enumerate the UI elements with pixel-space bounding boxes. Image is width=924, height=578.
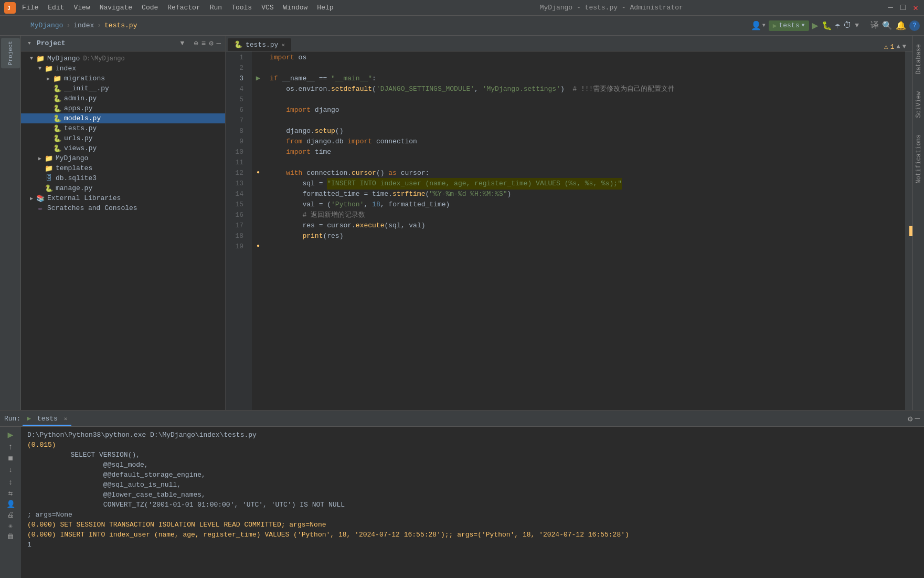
project-panel-header: ▼ Project ▼ ⊕ ≡ ⚙ ─ <box>21 36 225 51</box>
run-button[interactable]: ▶ <box>812 19 819 32</box>
tree-item-index[interactable]: ▼ 📁 index <box>21 64 225 73</box>
maximize-button[interactable]: □ <box>899 4 907 12</box>
menu-window[interactable]: Window <box>280 4 311 12</box>
run-pin-btn[interactable]: ✳ <box>8 521 13 530</box>
tree-item-views[interactable]: ▶ 🐍 views.py <box>21 143 225 153</box>
help-button-top[interactable]: ? <box>909 20 920 31</box>
run-sort-btn[interactable]: ↕ <box>8 478 13 487</box>
console-line-1: D:\Python\Python38\python.exe D:\MyDjang… <box>27 430 918 440</box>
code-line-12: with connection.cursor() as cursor: <box>264 168 905 178</box>
run-wrap-btn[interactable]: ⇆ <box>8 489 13 498</box>
tree-item-urls[interactable]: ▶ 🐍 urls.py <box>21 133 225 143</box>
sidebar-label-sciview[interactable]: SciView <box>913 83 925 126</box>
sidebar-label-database[interactable]: Database <box>913 36 925 83</box>
run-rerun-btn[interactable]: ↑ <box>8 443 13 452</box>
tree-item-init[interactable]: ▶ 🐍 __init__.py <box>21 83 225 93</box>
user-dropdown-arrow[interactable]: ▼ <box>762 23 766 28</box>
menu-tools[interactable]: Tools <box>228 4 255 12</box>
project-collapse-icon[interactable]: ≡ <box>201 39 206 48</box>
run-person-btn[interactable]: 👤 <box>6 500 15 509</box>
code-line-15: val = ('Python', 18, formatted_time) <box>264 199 905 210</box>
tree-item-admin[interactable]: ▶ 🐍 admin.py <box>21 93 225 103</box>
menu-refactor[interactable]: Refactor <box>164 4 203 12</box>
sidebar-icon-project[interactable]: Project <box>1 38 20 68</box>
console-line-6: @@sql_auto_is_null, <box>27 480 918 490</box>
line-num-17: 17 <box>226 220 248 231</box>
run-label: Run: <box>4 415 20 423</box>
breakpoint-line12[interactable]: ● <box>252 167 264 177</box>
folder-icon-mydjango2: 📁 <box>44 155 54 162</box>
tree-item-models[interactable]: ▶ 🐍 models.py <box>21 113 225 123</box>
editor-tab-tests[interactable]: 🐍 tests.py ✕ <box>228 38 291 51</box>
project-minimize-icon[interactable]: ─ <box>217 39 221 48</box>
breadcrumb-tests[interactable]: tests.py <box>104 22 137 29</box>
user-icon[interactable]: 👤 <box>751 20 761 31</box>
project-gear-icon[interactable]: ⚙ <box>209 39 213 48</box>
tree-label-migrations: migrations <box>64 75 105 82</box>
run-play-btn[interactable]: ▶ <box>8 429 14 440</box>
warning-icon: ⚠ <box>884 43 888 51</box>
translate-button[interactable]: 译 <box>870 20 879 31</box>
console-line-11: (0.000) INSERT INTO index_user (name, ag… <box>27 530 918 540</box>
tree-item-scratches[interactable]: ▶ ✏ Scratches and Consoles <box>21 203 225 213</box>
menu-vcs[interactable]: VCS <box>258 4 277 12</box>
line-num-13: 13 <box>226 178 248 189</box>
more-run-options[interactable]: ▼ <box>855 22 859 29</box>
profile-button[interactable]: ⏱ <box>843 20 852 30</box>
menu-navigate[interactable]: Navigate <box>97 4 135 12</box>
run-indicator-line3[interactable]: ▶ <box>252 72 264 83</box>
menu-run[interactable]: Run <box>207 4 225 12</box>
line-num-18: 18 <box>226 231 248 241</box>
search-button[interactable]: 🔍 <box>882 20 893 31</box>
left-sidebar-icons: Project <box>0 36 21 410</box>
menu-code[interactable]: Code <box>139 4 161 12</box>
menu-file[interactable]: File <box>19 4 41 12</box>
tree-item-ext-libs[interactable]: ▶ 📚 External Libraries <box>21 193 225 203</box>
tree-item-db[interactable]: ▶ 🗄 db.sqlite3 <box>21 173 225 183</box>
debug-button[interactable]: 🐛 <box>822 20 832 31</box>
scroll-down-icon[interactable]: ▼ <box>902 43 906 50</box>
tree-item-mydjango2[interactable]: ▶ 📁 MyDjango <box>21 153 225 163</box>
run-print-btn[interactable]: 🖨 <box>7 511 14 519</box>
tree-item-tests[interactable]: ▶ 🐍 tests.py <box>21 123 225 133</box>
tab-close-tests[interactable]: ✕ <box>281 41 285 48</box>
console-line-9: ; args=None <box>27 510 918 520</box>
code-editor[interactable]: import os if __name__ == "__main__": os.… <box>264 51 905 410</box>
tree-item-migrations[interactable]: ▶ 📁 migrations <box>21 73 225 83</box>
tree-item-manage[interactable]: ▶ 🐍 manage.py <box>21 183 225 193</box>
project-dropdown-arrow[interactable]: ▼ <box>180 39 185 47</box>
tree-item-apps[interactable]: ▶ 🐍 apps.py <box>21 103 225 113</box>
run-tab-close[interactable]: ✕ <box>64 416 68 422</box>
close-button[interactable]: ✕ <box>911 4 920 12</box>
tree-arrow-index: ▼ <box>36 66 44 71</box>
coverage-button[interactable]: ☂ <box>835 20 841 31</box>
svg-text:J: J <box>7 6 10 12</box>
minimize-button[interactable]: ─ <box>886 4 895 12</box>
code-line-5 <box>264 94 905 105</box>
console-line-7: @@lower_case_table_names, <box>27 490 918 500</box>
run-config-dropdown[interactable]: ▶ tests ▼ <box>769 20 809 31</box>
project-locate-icon[interactable]: ⊕ <box>194 39 198 48</box>
run-scroll-btn[interactable]: ↓ <box>8 466 13 474</box>
tree-item-mydjango[interactable]: ▼ 📁 MyDjango D:\MyDjango <box>21 54 225 64</box>
code-line-6: import django <box>264 105 905 115</box>
breadcrumb-mydjango[interactable]: MyDjango <box>30 22 63 29</box>
run-stop-btn[interactable]: ■ <box>8 454 13 464</box>
bottom-minimize-icon[interactable]: ─ <box>915 414 920 424</box>
scroll-up-icon[interactable]: ▲ <box>897 43 900 50</box>
run-delete-btn[interactable]: 🗑 <box>7 532 14 541</box>
bottom-tab-tests[interactable]: ▶ tests ✕ <box>23 412 71 426</box>
tree-item-templates[interactable]: ▶ 📁 templates <box>21 163 225 173</box>
notification-bell[interactable]: 🔔 <box>896 20 906 31</box>
bottom-gear-icon[interactable]: ⚙ <box>908 414 913 424</box>
editor-scrollbar-gutter <box>905 51 912 410</box>
breadcrumb-index[interactable]: index <box>73 22 94 29</box>
right-sidebar: Database SciView Notifications <box>912 36 924 410</box>
menu-edit[interactable]: Edit <box>45 4 67 12</box>
menu-help[interactable]: Help <box>314 4 336 12</box>
sidebar-label-notifications[interactable]: Notifications <box>913 126 925 192</box>
tree-label-mydjango: MyDjango <box>47 55 80 62</box>
code-line-1: import os <box>264 52 905 63</box>
breakpoint-line18[interactable]: ● <box>252 240 264 251</box>
menu-view[interactable]: View <box>70 4 93 12</box>
